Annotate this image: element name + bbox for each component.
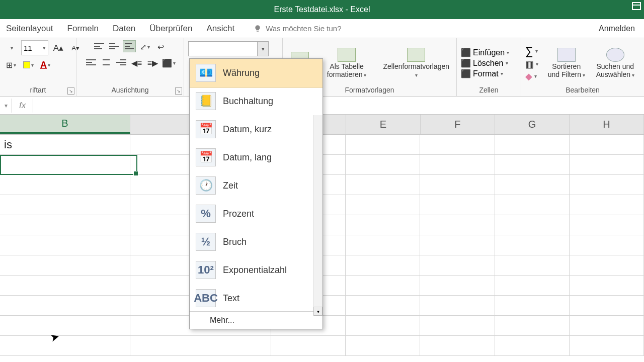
format-item-datum-kurz[interactable]: 📅Datum, kurz (190, 115, 323, 143)
cell[interactable] (570, 135, 644, 155)
cell[interactable] (570, 296, 644, 316)
cell[interactable] (346, 336, 420, 356)
borders-button[interactable]: ⊞ (4, 58, 18, 71)
cell[interactable] (495, 135, 570, 155)
cell[interactable] (346, 255, 420, 276)
cell[interactable] (0, 336, 130, 356)
cell[interactable] (346, 195, 420, 215)
align-left-button[interactable] (85, 56, 98, 68)
cell[interactable] (570, 235, 644, 255)
tab-formulas[interactable]: Formeln (66, 22, 100, 36)
sort-filter-button[interactable]: Sortieren und Filtern (544, 47, 589, 79)
cell[interactable] (570, 195, 644, 215)
cell[interactable] (0, 195, 130, 215)
scroll-down-button[interactable]: ▾ (313, 307, 323, 316)
cell[interactable] (420, 316, 495, 336)
cell[interactable] (495, 296, 570, 316)
cell[interactable] (346, 215, 420, 235)
tell-me-input[interactable] (266, 24, 396, 33)
cell[interactable] (570, 175, 644, 195)
autosum-icon[interactable]: ∑ (525, 45, 533, 58)
tab-review[interactable]: Überprüfen (148, 22, 193, 36)
align-middle-button[interactable] (108, 40, 121, 52)
cell[interactable] (495, 155, 570, 175)
cell[interactable] (495, 336, 570, 356)
fill-color-button[interactable] (21, 58, 35, 71)
cell[interactable] (570, 316, 644, 336)
cell[interactable] (570, 336, 644, 356)
cell[interactable] (495, 195, 570, 215)
tell-me-box[interactable] (254, 24, 396, 33)
cell[interactable] (346, 316, 420, 336)
font-family-dropdown[interactable] (4, 41, 18, 54)
increase-indent-button[interactable]: ≡▶ (146, 56, 160, 69)
cell[interactable] (570, 215, 644, 235)
align-top-button[interactable] (93, 40, 106, 52)
format-item-buchhaltung[interactable]: 📒Buchhaltung (190, 87, 323, 115)
cell[interactable] (420, 255, 495, 276)
format-item-zeit[interactable]: 🕐Zeit (190, 171, 323, 200)
cell-styles-button[interactable]: Zellenformatvorlagen (380, 47, 452, 79)
cell[interactable] (420, 195, 495, 215)
align-center-button[interactable] (100, 56, 113, 68)
format-item-exponentialzahl[interactable]: 10²Exponentialzahl (190, 256, 323, 284)
cell[interactable] (420, 336, 495, 356)
wrap-text-button[interactable]: ↩ (154, 40, 168, 53)
cell[interactable] (420, 155, 495, 175)
format-button[interactable]: Format (473, 69, 499, 78)
column-header-e[interactable]: E (346, 115, 421, 134)
cell[interactable] (0, 215, 130, 235)
cell[interactable] (0, 235, 130, 255)
orientation-button[interactable]: ⤢ (138, 40, 152, 53)
restore-window-icon[interactable] (632, 2, 641, 10)
align-bottom-button[interactable] (123, 40, 136, 52)
cell[interactable] (495, 316, 570, 336)
cell[interactable] (271, 336, 346, 356)
cell[interactable] (0, 276, 130, 296)
column-header-h[interactable]: H (570, 115, 644, 134)
cell[interactable] (420, 276, 495, 296)
format-item-w-hrung[interactable]: 💶Währung (190, 59, 323, 87)
tab-data[interactable]: Daten (112, 22, 136, 36)
increase-font-button[interactable]: A▴ (51, 41, 65, 54)
tab-view[interactable]: Ansicht (205, 22, 235, 36)
column-header-g[interactable]: G (495, 115, 570, 134)
cell[interactable] (346, 175, 420, 195)
font-launcher-icon[interactable]: ↘ (67, 87, 74, 95)
find-select-button[interactable]: Suchen und Auswählen (591, 47, 640, 79)
format-item-datum-lang[interactable]: 📅Datum, lang (190, 143, 323, 171)
cell[interactable] (346, 296, 420, 316)
column-header-f[interactable]: F (421, 115, 495, 134)
align-right-button[interactable] (115, 56, 128, 68)
alignment-launcher-icon[interactable]: ↘ (175, 87, 182, 95)
cell[interactable] (570, 155, 644, 175)
cell[interactable] (495, 175, 570, 195)
cell[interactable] (495, 255, 570, 276)
cell[interactable] (0, 316, 130, 336)
scrollbar-track[interactable] (313, 115, 323, 307)
cell[interactable] (420, 175, 495, 195)
cell[interactable] (0, 175, 130, 195)
cell[interactable] (420, 235, 495, 255)
cell[interactable] (0, 155, 130, 175)
cell[interactable] (495, 276, 570, 296)
merge-center-button[interactable]: ⬛ (162, 56, 176, 69)
cell[interactable] (346, 276, 420, 296)
cell[interactable]: is (0, 135, 130, 155)
cell[interactable] (0, 296, 130, 316)
sign-in-link[interactable]: Anmelden (599, 24, 635, 33)
cell[interactable] (346, 155, 420, 175)
name-box-arrow[interactable]: ▾ (0, 99, 12, 113)
cell[interactable] (420, 215, 495, 235)
font-color-button[interactable]: A (38, 58, 52, 71)
cell[interactable] (495, 215, 570, 235)
format-as-table-button[interactable]: Als Tabelle formatieren (315, 47, 378, 79)
fx-icon[interactable]: fx (12, 99, 33, 113)
column-header-b[interactable]: B (0, 115, 130, 134)
insert-button[interactable]: Einfügen (473, 48, 505, 57)
cell[interactable] (130, 336, 271, 356)
tab-page-layout[interactable]: Seitenlayout (5, 22, 54, 36)
cell[interactable] (346, 135, 420, 155)
cell[interactable] (495, 235, 570, 255)
cell[interactable] (0, 255, 130, 276)
